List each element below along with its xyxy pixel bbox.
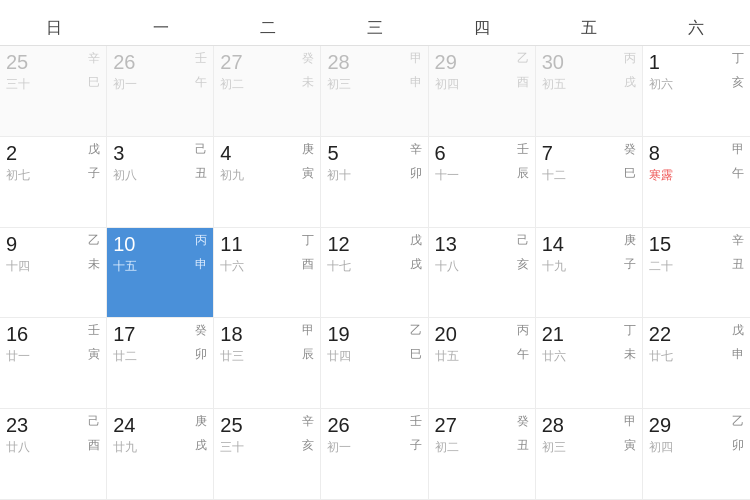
- day-cell[interactable]: 18甲廿三辰: [214, 318, 321, 409]
- day-number: 12: [327, 232, 349, 256]
- day-lunar: 十四: [6, 258, 30, 275]
- day-number: 29: [649, 413, 671, 437]
- day-heavenly-stem: 乙: [517, 50, 529, 67]
- day-number: 2: [6, 141, 17, 165]
- day-earthly-branch: 戌: [624, 74, 636, 91]
- day-earthly-branch: 亥: [517, 256, 529, 273]
- day-lunar: 寒露: [649, 167, 673, 184]
- day-cell[interactable]: 6壬十一辰: [429, 137, 536, 228]
- day-heavenly-stem: 癸: [195, 322, 207, 339]
- day-earthly-branch: 丑: [732, 256, 744, 273]
- day-number: 14: [542, 232, 564, 256]
- day-lunar: 廿八: [6, 439, 30, 456]
- day-earthly-branch: 亥: [732, 74, 744, 91]
- day-lunar: 十九: [542, 258, 566, 275]
- day-number: 17: [113, 322, 135, 346]
- day-cell[interactable]: 20丙廿五午: [429, 318, 536, 409]
- day-earthly-branch: 午: [517, 346, 529, 363]
- day-cell[interactable]: 27癸初二丑: [429, 409, 536, 500]
- calendar-header: [0, 0, 750, 12]
- day-earthly-branch: 申: [732, 346, 744, 363]
- day-heavenly-stem: 甲: [732, 141, 744, 158]
- day-cell[interactable]: 5辛初十卯: [321, 137, 428, 228]
- day-earthly-branch: 辰: [517, 165, 529, 182]
- day-number: 16: [6, 322, 28, 346]
- day-cell[interactable]: 12戊十七戌: [321, 228, 428, 319]
- day-heavenly-stem: 壬: [410, 413, 422, 430]
- day-number: 24: [113, 413, 135, 437]
- day-cell[interactable]: 3己初八丑: [107, 137, 214, 228]
- day-heavenly-stem: 甲: [410, 50, 422, 67]
- day-earthly-branch: 寅: [88, 346, 100, 363]
- day-number: 27: [435, 413, 457, 437]
- day-heavenly-stem: 辛: [410, 141, 422, 158]
- day-heavenly-stem: 辛: [732, 232, 744, 249]
- day-heavenly-stem: 癸: [302, 50, 314, 67]
- day-earthly-branch: 卯: [410, 165, 422, 182]
- day-cell[interactable]: 11丁十六酉: [214, 228, 321, 319]
- day-lunar: 廿二: [113, 348, 137, 365]
- day-heavenly-stem: 癸: [624, 141, 636, 158]
- day-lunar: 初五: [542, 76, 566, 93]
- day-cell[interactable]: 24庚廿九戌: [107, 409, 214, 500]
- day-cell[interactable]: 2戊初七子: [0, 137, 107, 228]
- day-cell[interactable]: 27癸初二未: [214, 46, 321, 137]
- day-heavenly-stem: 丙: [195, 232, 207, 249]
- day-cell[interactable]: 28甲初三申: [321, 46, 428, 137]
- day-lunar: 十一: [435, 167, 459, 184]
- calendar-grid: 25辛三十巳26壬初一午27癸初二未28甲初三申29乙初四酉30丙初五戌1丁初六…: [0, 46, 750, 500]
- day-cell[interactable]: 10丙十五申: [107, 228, 214, 319]
- day-cell[interactable]: 19乙廿四巳: [321, 318, 428, 409]
- day-earthly-branch: 未: [88, 256, 100, 273]
- day-cell[interactable]: 8甲寒露午: [643, 137, 750, 228]
- day-earthly-branch: 酉: [88, 437, 100, 454]
- day-earthly-branch: 申: [195, 256, 207, 273]
- day-cell[interactable]: 16壬廿一寅: [0, 318, 107, 409]
- day-earthly-branch: 丑: [195, 165, 207, 182]
- day-cell[interactable]: 26壬初一午: [107, 46, 214, 137]
- day-number: 21: [542, 322, 564, 346]
- day-cell[interactable]: 17癸廿二卯: [107, 318, 214, 409]
- day-earthly-branch: 未: [624, 346, 636, 363]
- day-number: 22: [649, 322, 671, 346]
- day-cell[interactable]: 15辛二十丑: [643, 228, 750, 319]
- day-cell[interactable]: 1丁初六亥: [643, 46, 750, 137]
- day-heavenly-stem: 乙: [88, 232, 100, 249]
- day-cell[interactable]: 29乙初四酉: [429, 46, 536, 137]
- day-cell[interactable]: 30丙初五戌: [536, 46, 643, 137]
- day-earthly-branch: 申: [410, 74, 422, 91]
- day-heavenly-stem: 己: [88, 413, 100, 430]
- day-cell[interactable]: 21丁廿六未: [536, 318, 643, 409]
- day-heavenly-stem: 癸: [517, 413, 529, 430]
- day-cell[interactable]: 22戊廿七申: [643, 318, 750, 409]
- day-number: 20: [435, 322, 457, 346]
- day-cell[interactable]: 4庚初九寅: [214, 137, 321, 228]
- day-earthly-branch: 巳: [410, 346, 422, 363]
- day-lunar: 初七: [6, 167, 30, 184]
- day-cell[interactable]: 26壬初一子: [321, 409, 428, 500]
- day-number: 7: [542, 141, 553, 165]
- day-cell[interactable]: 7癸十二巳: [536, 137, 643, 228]
- day-lunar: 十二: [542, 167, 566, 184]
- day-earthly-branch: 子: [88, 165, 100, 182]
- day-lunar: 十七: [327, 258, 351, 275]
- day-lunar: 初一: [113, 76, 137, 93]
- day-lunar: 初四: [649, 439, 673, 456]
- day-cell[interactable]: 29乙初四卯: [643, 409, 750, 500]
- day-number: 25: [220, 413, 242, 437]
- day-earthly-branch: 巳: [624, 165, 636, 182]
- day-cell[interactable]: 25辛三十巳: [0, 46, 107, 137]
- day-cell[interactable]: 14庚十九子: [536, 228, 643, 319]
- day-cell[interactable]: 23己廿八酉: [0, 409, 107, 500]
- day-heavenly-stem: 己: [195, 141, 207, 158]
- weekday-label: 四: [429, 12, 536, 45]
- day-number: 25: [6, 50, 28, 74]
- day-number: 6: [435, 141, 446, 165]
- day-cell[interactable]: 9乙十四未: [0, 228, 107, 319]
- day-heavenly-stem: 庚: [624, 232, 636, 249]
- day-cell[interactable]: 13己十八亥: [429, 228, 536, 319]
- day-cell[interactable]: 28甲初三寅: [536, 409, 643, 500]
- day-earthly-branch: 卯: [732, 437, 744, 454]
- day-cell[interactable]: 25辛三十亥: [214, 409, 321, 500]
- day-earthly-branch: 子: [624, 256, 636, 273]
